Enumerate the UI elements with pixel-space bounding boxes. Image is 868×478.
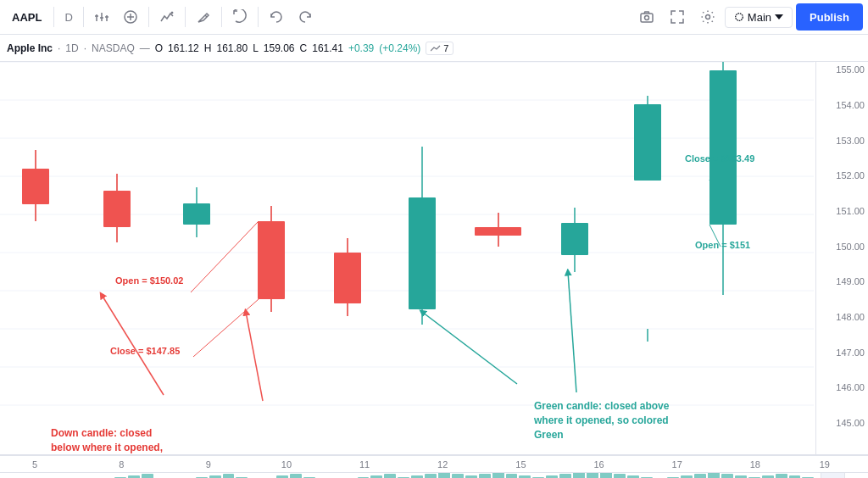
separator [148,7,149,27]
svg-rect-43 [409,197,436,309]
main-button[interactable]: Main [725,7,793,28]
date-11: 11 [359,459,370,470]
date-axis: 5 8 9 10 11 12 15 16 17 18 19 [0,455,868,472]
svg-point-14 [705,15,709,19]
mini-bar [492,472,504,478]
undo-icon[interactable] [264,4,289,30]
mini-bar [721,474,733,478]
period: 1D [65,42,78,54]
bottom-section: 5 8 9 10 11 12 15 16 17 18 19 » [0,454,868,478]
timeframe-button[interactable]: D [59,4,77,30]
change-pct: (+0.24%) [379,42,420,54]
main-label: Main [748,11,771,24]
mini-bar [573,472,585,478]
close-label: C [300,42,308,54]
mini-bar [776,474,787,478]
indicator-icon[interactable] [154,4,180,30]
exchange: NASDAQ [92,42,135,54]
mini-nav-button[interactable]: » [821,473,844,479]
mini-bar [708,472,720,478]
mini-bar [452,474,464,478]
open-label: O [155,42,163,54]
close-value: 161.41 [312,42,343,54]
settings-icon[interactable] [694,3,721,31]
indicator-count: 7 [443,43,448,53]
gear-bottom-button[interactable] [844,473,868,479]
fullscreen-icon[interactable] [664,3,691,31]
date-5: 5 [32,459,37,470]
price-148: 148.00 [836,312,865,322]
mini-bar [438,472,450,478]
subtitle-bar: Apple Inc · 1D · NASDAQ — O 161.12 H 161… [0,35,868,62]
date-9: 9 [206,459,211,470]
drawing-tools-icon[interactable] [191,4,216,30]
mini-chart-view[interactable] [0,473,821,478]
indicator-badge[interactable]: 7 [426,42,453,55]
date-12: 12 [437,459,448,470]
chart-svg [0,62,815,454]
bottom-bar: » [0,472,868,478]
separator [53,7,54,27]
low-value: 159.06 [264,42,295,54]
open-value: 161.12 [168,42,199,54]
chart-type-bar-icon[interactable] [89,4,114,30]
svg-rect-31 [103,191,131,227]
mini-bar [384,474,396,478]
mini-bar [694,474,706,478]
mini-bar [587,472,598,478]
add-indicator-icon[interactable] [118,4,143,30]
svg-rect-28 [22,169,49,204]
redo-icon[interactable] [292,4,318,30]
svg-point-13 [644,16,648,20]
toolbar: AAPL D [0,0,868,35]
ticker-button[interactable]: AAPL [5,8,48,27]
mini-bar [142,474,153,478]
low-label: L [253,42,259,54]
publish-button[interactable]: Publish [796,3,863,31]
mini-bar [600,472,612,478]
svg-rect-40 [334,253,361,303]
price-axis: 155.00 154.00 153.00 152.00 151.00 150.0… [815,62,868,454]
date-19: 19 [820,459,830,470]
high-label: H [204,42,212,54]
svg-line-56 [102,295,164,395]
price-151: 151.00 [836,206,865,216]
high-value: 161.80 [216,42,248,54]
change-value: +0.39 [348,42,374,54]
toolbar-right: Main Publish [633,3,863,31]
company-name: Apple Inc [7,42,53,54]
price-150: 150.00 [836,242,865,252]
separator [185,7,186,27]
dash: — [140,42,150,54]
svg-line-63 [709,225,721,247]
separator [258,7,259,27]
price-155: 155.00 [836,64,865,75]
exchange-sep: · [84,42,86,54]
mini-bar [559,474,571,478]
svg-rect-46 [475,227,521,236]
svg-line-11 [205,15,207,17]
mini-bar [614,474,626,478]
svg-line-58 [191,221,259,292]
svg-rect-49 [561,223,588,255]
svg-rect-55 [709,70,737,225]
date-18: 18 [750,459,760,470]
svg-rect-34 [183,203,210,225]
replay-icon[interactable] [227,4,253,30]
svg-rect-12 [641,14,653,22]
chart-canvas[interactable]: Open = $150.02 Close = $147.85 Down cand… [0,62,815,454]
price-146: 146.00 [836,382,865,392]
svg-line-60 [422,312,517,384]
mini-bar [425,474,437,478]
mini-bar [290,474,302,478]
date-10: 10 [281,459,292,470]
period-label: · [58,42,60,54]
price-152: 152.00 [836,170,865,181]
screenshot-icon[interactable] [633,3,660,31]
separator [221,7,222,27]
svg-line-57 [246,312,263,401]
price-147: 147.00 [836,347,865,358]
price-154: 154.00 [836,100,865,110]
svg-rect-52 [634,104,661,181]
mini-bar [223,474,235,478]
